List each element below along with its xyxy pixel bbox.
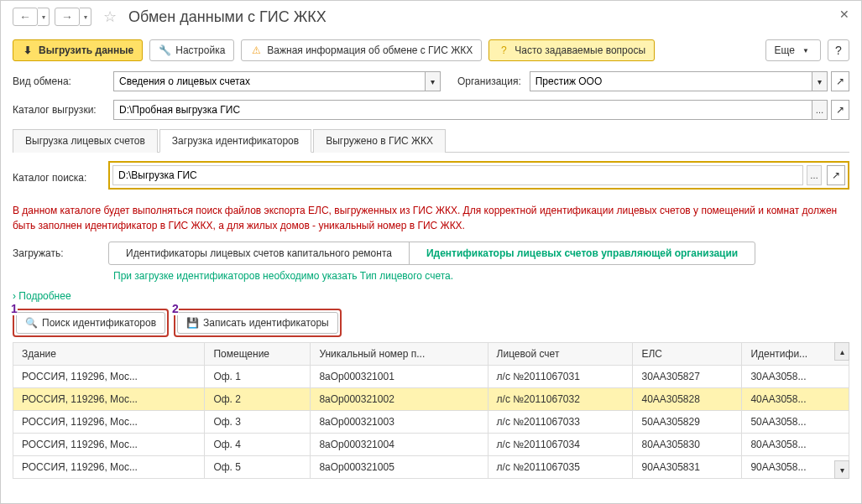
table-cell: РОССИЯ, 119296, Мос... xyxy=(13,456,205,479)
unload-button[interactable]: ⬇ Выгрузить данные xyxy=(13,39,143,61)
scroll-up-button[interactable]: ▴ xyxy=(834,342,849,361)
warning-icon: ⚠ xyxy=(250,44,262,56)
badge-1: 1 xyxy=(11,302,18,315)
search-ids-button[interactable]: 🔍 Поиск идентификаторов xyxy=(16,312,165,334)
close-button[interactable]: ✕ xyxy=(839,8,849,21)
org-input[interactable] xyxy=(530,71,812,91)
table-cell: л/с №2011067031 xyxy=(488,366,633,388)
unload-label: Выгрузить данные xyxy=(39,44,133,56)
col-id[interactable]: Идентифи... xyxy=(742,343,849,366)
table-cell: л/с №2011067035 xyxy=(488,456,633,479)
export-dir-browse[interactable]: … xyxy=(812,100,828,120)
table-cell: 8аОр000321001 xyxy=(311,366,488,388)
export-dir-open[interactable]: ↗ xyxy=(831,100,849,120)
warning-label: Важная информация об обмене с ГИС ЖКХ xyxy=(267,44,473,56)
table-cell: 30АА3058... xyxy=(742,366,849,388)
table-cell: 40АА3058... xyxy=(742,388,849,411)
table-cell: 90АА305831 xyxy=(633,456,742,479)
org-label: Организация: xyxy=(457,75,521,87)
exchange-type-input[interactable] xyxy=(113,71,426,91)
search-dir-browse[interactable]: … xyxy=(807,165,822,185)
table-cell: Оф. 3 xyxy=(205,411,311,434)
export-dir-input[interactable] xyxy=(113,100,812,120)
search-dir-input[interactable] xyxy=(112,165,803,185)
nav-back-dropdown[interactable]: ▾ xyxy=(38,8,50,26)
table-cell: л/с №2011067034 xyxy=(488,434,633,456)
more-button[interactable]: Еще ▼ xyxy=(765,39,821,61)
chevron-down-icon: ▼ xyxy=(800,44,812,56)
warning-button[interactable]: ⚠ Важная информация об обмене с ГИС ЖКХ xyxy=(241,39,482,61)
help-button[interactable]: ? xyxy=(828,39,849,61)
nav-fwd-dropdown[interactable]: ▾ xyxy=(80,8,91,26)
table-cell: 40АА305828 xyxy=(633,388,742,411)
col-account[interactable]: Лицевой счет xyxy=(488,343,633,366)
search-dir-label: Каталог поиска: xyxy=(13,172,100,184)
table-cell: 50АА3058... xyxy=(742,411,849,434)
badge-2: 2 xyxy=(172,302,179,315)
open-icon: ↗ xyxy=(836,75,844,87)
chevron-right-icon: › xyxy=(13,290,16,302)
table-cell: РОССИЯ, 119296, Мос... xyxy=(13,434,205,456)
table-cell: 8аОр000321004 xyxy=(311,434,488,456)
favorite-icon[interactable]: ☆ xyxy=(103,8,117,26)
table-cell: 80АА305830 xyxy=(633,434,742,456)
hint-text: В данном каталоге будет выполняться поис… xyxy=(13,203,849,233)
load-opt-capital[interactable]: Идентификаторы лицевых счетов капитально… xyxy=(109,242,409,264)
table-row[interactable]: РОССИЯ, 119296, Мос...Оф. 18аОр000321001… xyxy=(13,366,849,388)
table-cell: 8аОр000321005 xyxy=(311,456,488,479)
table-cell: л/с №2011067032 xyxy=(488,388,633,411)
save-icon: 💾 xyxy=(186,317,198,329)
table-cell: 8аОр000321003 xyxy=(311,411,488,434)
exchange-type-dropdown[interactable]: ▾ xyxy=(426,71,441,91)
table-cell: 50АА305829 xyxy=(633,411,742,434)
data-table: Здание Помещение Уникальный номер п... Л… xyxy=(13,342,849,479)
scroll-down-button[interactable]: ▾ xyxy=(834,460,849,479)
table-row[interactable]: РОССИЯ, 119296, Мос...Оф. 28аОр000321002… xyxy=(13,388,849,411)
settings-button[interactable]: 🔧 Настройка xyxy=(149,39,234,61)
table-row[interactable]: РОССИЯ, 119296, Мос...Оф. 38аОр000321003… xyxy=(13,411,849,434)
wrench-icon: 🔧 xyxy=(159,44,170,56)
col-unique[interactable]: Уникальный номер п... xyxy=(311,343,488,366)
open-icon: ↗ xyxy=(836,104,844,116)
exchange-type-label: Вид обмена: xyxy=(13,75,105,87)
nav-fwd-button[interactable]: → xyxy=(55,8,80,26)
load-opt-management[interactable]: Идентификаторы лицевых счетов управляюще… xyxy=(409,242,755,264)
more-link[interactable]: Подробнее xyxy=(18,290,71,302)
settings-label: Настройка xyxy=(175,44,225,56)
org-open-button[interactable]: ↗ xyxy=(831,71,849,91)
write-ids-label: Записать идентификаторы xyxy=(203,317,329,329)
tab-exported[interactable]: Выгружено в ГИС ЖКХ xyxy=(313,129,446,153)
open-icon: ↗ xyxy=(832,169,840,181)
faq-label: Часто задаваемые вопросы xyxy=(515,44,645,56)
table-cell: РОССИЯ, 119296, Мос... xyxy=(13,366,205,388)
load-option-group: Идентификаторы лицевых счетов капитально… xyxy=(108,242,755,265)
download-icon: ⬇ xyxy=(22,44,34,56)
col-room[interactable]: Помещение xyxy=(205,343,311,366)
write-ids-button[interactable]: 💾 Записать идентификаторы xyxy=(177,312,338,334)
tabs: Выгрузка лицевых счетов Загрузка идентиф… xyxy=(13,128,849,153)
table-cell: Оф. 5 xyxy=(205,456,311,479)
page-title: Обмен данными с ГИС ЖКХ xyxy=(128,8,327,26)
search-ids-label: Поиск идентификаторов xyxy=(42,317,156,329)
search-dir-open[interactable]: ↗ xyxy=(827,165,845,185)
table-row[interactable]: РОССИЯ, 119296, Мос...Оф. 48аОр000321004… xyxy=(13,434,849,456)
col-building[interactable]: Здание xyxy=(13,343,205,366)
search-icon: 🔍 xyxy=(25,317,37,329)
tab-load-ids[interactable]: Загрузка идентификаторов xyxy=(159,129,311,153)
table-cell: РОССИЯ, 119296, Мос... xyxy=(13,388,205,411)
load-label: Загружать: xyxy=(13,247,100,259)
tab-export-accounts[interactable]: Выгрузка лицевых счетов xyxy=(13,129,158,153)
table-cell: Оф. 2 xyxy=(205,388,311,411)
green-hint: При загрузке идентификаторов необходимо … xyxy=(113,270,849,282)
col-els[interactable]: ЕЛС xyxy=(633,343,742,366)
table-cell: Оф. 4 xyxy=(205,434,311,456)
nav-back-button[interactable]: ← xyxy=(13,8,38,26)
table-row[interactable]: РОССИЯ, 119296, Мос...Оф. 58аОр000321005… xyxy=(13,456,849,479)
table-cell: л/с №2011067033 xyxy=(488,411,633,434)
table-cell: РОССИЯ, 119296, Мос... xyxy=(13,411,205,434)
faq-button[interactable]: ? Часто задаваемые вопросы xyxy=(488,39,655,61)
org-dropdown[interactable]: ▾ xyxy=(812,71,828,91)
table-cell: 30АА305827 xyxy=(633,366,742,388)
table-cell: 90АА3058... xyxy=(742,456,849,479)
more-label: Еще xyxy=(775,44,795,56)
